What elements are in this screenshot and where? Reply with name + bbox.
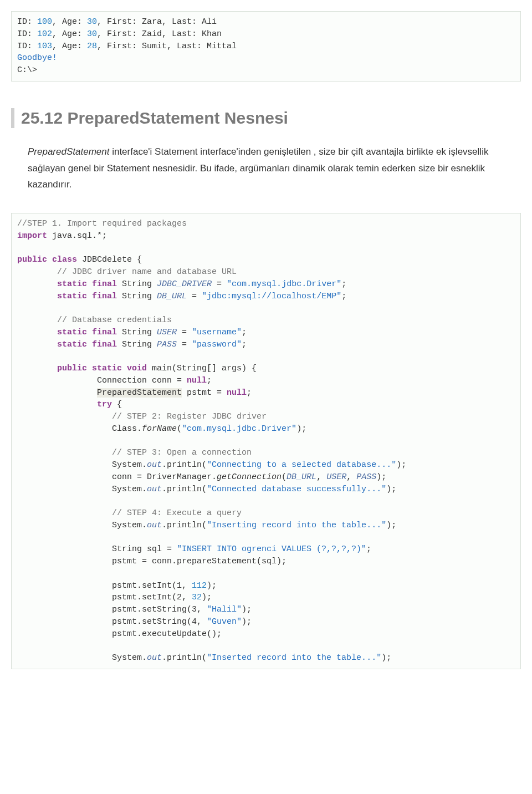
c-l23e: ); <box>386 485 396 494</box>
c-l26e: ); <box>386 521 396 530</box>
c-l11c: String <box>117 340 157 349</box>
c-l06e: = <box>212 279 227 289</box>
c-l07d: DB_URL <box>157 292 187 301</box>
c-l07g: ; <box>341 292 346 301</box>
out-l3-m1: , Age: <box>52 42 87 51</box>
c-l23b: out <box>147 485 162 494</box>
c-l32c: ); <box>202 593 212 602</box>
out-l3-m2: , First: Sumit, Last: Mittal <box>97 42 237 51</box>
c-l15b: pstmt = <box>182 388 227 398</box>
c-l18c: ( <box>177 424 182 434</box>
c-l28c: ; <box>366 544 371 554</box>
c-l09: // Database credentials <box>17 315 172 325</box>
c-l04a: public class <box>17 255 77 264</box>
c-l22i: ); <box>376 472 386 482</box>
c-l28a: String sql = <box>17 544 177 554</box>
c-l04b: JDBCdelete { <box>77 255 142 264</box>
out-l2-m1: , Age: <box>52 29 87 39</box>
c-l26a: System. <box>17 521 147 530</box>
c-l16b: try <box>97 400 112 409</box>
c-l07b: static final <box>57 292 117 301</box>
c-l26b: out <box>147 521 162 530</box>
console-output-box: ID: 100, Age: 30, First: Zara, Last: Ali… <box>11 11 521 82</box>
out-l2-age: 30 <box>87 29 97 39</box>
c-l10a <box>17 328 57 337</box>
c-l31a: pstmt.setInt(1, <box>17 581 192 591</box>
out-l2-id: 102 <box>37 29 52 39</box>
c-l15a <box>17 388 97 398</box>
c-l25: // STEP 4: Execute a query <box>17 508 242 518</box>
out-l2-m2: , First: Zaid, Last: Khan <box>97 29 222 39</box>
c-l21e: ); <box>396 460 406 470</box>
c-l21a: System. <box>17 460 147 470</box>
out-l1-pre: ID: <box>17 17 37 27</box>
out-l3-age: 28 <box>87 42 97 51</box>
c-l26c: .println( <box>162 521 207 530</box>
c-l06g: ; <box>341 279 346 289</box>
c-l18b: forName <box>142 424 177 434</box>
c-l05: // JDBC driver name and database URL <box>17 267 237 277</box>
c-l33c: ); <box>242 605 252 614</box>
out-goodbye: Goodbye! <box>17 53 57 63</box>
out-l1-m1: , Age: <box>52 17 87 27</box>
c-l32a: pstmt.setInt(2, <box>17 593 192 602</box>
c-l07a <box>17 292 57 301</box>
c-l34c: ); <box>242 617 252 627</box>
c-l07f: "jdbc:mysql://localhost/EMP" <box>202 292 341 301</box>
c-l29: pstmt = conn.prepareStatement(sql); <box>17 557 287 566</box>
c-l22e: , <box>316 472 326 482</box>
c-l37a: System. <box>17 653 147 663</box>
out-l3-pre: ID: <box>17 42 37 51</box>
out-l1-m2: , First: Zara, Last: Ali <box>97 17 217 27</box>
para-em: PreparedStatement <box>28 146 109 157</box>
c-l07c: String <box>117 292 157 301</box>
c-l11a <box>17 340 57 349</box>
c-l13b: public static void <box>57 364 147 373</box>
c-l22a: conn = DriverManager. <box>17 472 217 482</box>
c-l33a: pstmt.setString(3, <box>17 605 207 614</box>
c-l37b: out <box>147 653 162 663</box>
c-l37d: "Inserted record into the table..." <box>207 653 381 663</box>
c-l21c: .println( <box>162 460 207 470</box>
c-l34a: pstmt.setString(4, <box>17 617 207 627</box>
c-l21b: out <box>147 460 162 470</box>
c-l22d: DB_URL <box>287 472 316 482</box>
c-l33b: "Halil" <box>207 605 242 614</box>
c-l02a: import <box>17 231 47 241</box>
c-l11d: PASS <box>157 340 177 349</box>
out-prompt: C:\> <box>17 65 37 75</box>
c-l21d: "Connecting to a selected database..." <box>207 460 396 470</box>
java-code-box: //STEP 1. Import required packages impor… <box>11 213 521 669</box>
c-l11f: "password" <box>192 340 242 349</box>
c-l10b: static final <box>57 328 117 337</box>
c-l22b: getConnection <box>217 472 282 482</box>
c-l23a: System. <box>17 485 147 494</box>
c-l11g: ; <box>242 340 247 349</box>
c-l23c: .println( <box>162 485 207 494</box>
intro-paragraph: PreparedStatement interface'i Statement … <box>28 144 504 193</box>
section-heading: 25.12 PreparedStatement Nesnesi <box>11 108 521 128</box>
c-l16c: { <box>112 400 122 409</box>
c-l20: // STEP 3: Open a connection <box>17 448 252 457</box>
c-l14a: Connection conn = <box>17 376 187 385</box>
c-l31c: ); <box>207 581 217 591</box>
c-l22f: USER <box>326 472 346 482</box>
c-l15d: ; <box>247 388 252 398</box>
c-l10e: = <box>177 328 192 337</box>
c-l06f: "com.mysql.jdbc.Driver" <box>227 279 341 289</box>
c-l10g: ; <box>242 328 247 337</box>
c-l14c: ; <box>207 376 212 385</box>
out-l3-id: 103 <box>37 42 52 51</box>
c-l06a <box>17 279 57 289</box>
c-l16a <box>17 400 97 409</box>
c-l31b: 112 <box>192 581 207 591</box>
c-l18e: ); <box>296 424 306 434</box>
c-l32b: 32 <box>192 593 202 602</box>
c-l23d: "Connected database successfully..." <box>207 485 386 494</box>
c-l06d: JDBC_DRIVER <box>157 279 212 289</box>
c-l11e: = <box>177 340 192 349</box>
c-l28b: "INSERT INTO ogrenci VALUES (?,?,?,?)" <box>177 544 366 554</box>
c-l10d: USER <box>157 328 177 337</box>
c-l18a: Class. <box>17 424 142 434</box>
out-l2-pre: ID: <box>17 29 37 39</box>
